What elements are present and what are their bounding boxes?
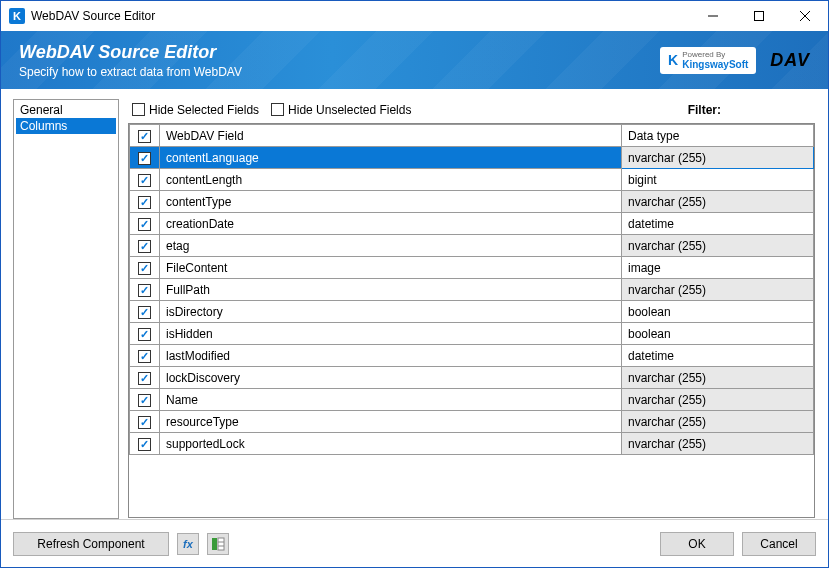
table-row[interactable]: resourceTypenvarchar (255) bbox=[130, 411, 814, 433]
row-checkbox-cell[interactable] bbox=[130, 279, 160, 301]
ok-button[interactable]: OK bbox=[660, 532, 734, 556]
type-cell[interactable]: nvarchar (255) bbox=[622, 191, 814, 213]
field-cell[interactable]: FullPath bbox=[160, 279, 622, 301]
row-checkbox-cell[interactable] bbox=[130, 345, 160, 367]
field-cell[interactable]: resourceType bbox=[160, 411, 622, 433]
row-checkbox-cell[interactable] bbox=[130, 323, 160, 345]
checkbox-icon bbox=[138, 328, 151, 341]
properties-icon bbox=[211, 537, 225, 551]
table-row[interactable]: contentTypenvarchar (255) bbox=[130, 191, 814, 213]
hide-unselected-fields-checkbox[interactable]: Hide Unselected Fields bbox=[271, 103, 411, 117]
field-cell[interactable]: FileContent bbox=[160, 257, 622, 279]
row-checkbox-cell[interactable] bbox=[130, 169, 160, 191]
filter-label: Filter: bbox=[688, 103, 721, 117]
hide-selected-label: Hide Selected Fields bbox=[149, 103, 259, 117]
svg-rect-5 bbox=[218, 538, 224, 550]
hide-unselected-label: Hide Unselected Fields bbox=[288, 103, 411, 117]
checkbox-icon bbox=[138, 152, 151, 165]
refresh-component-button[interactable]: Refresh Component bbox=[13, 532, 169, 556]
type-cell[interactable]: nvarchar (255) bbox=[622, 411, 814, 433]
type-cell[interactable]: nvarchar (255) bbox=[622, 367, 814, 389]
kingswaysoft-logo: K Powered ByKingswaySoft bbox=[660, 47, 756, 74]
sidebar: GeneralColumns bbox=[13, 99, 119, 519]
type-cell[interactable]: nvarchar (255) bbox=[622, 433, 814, 455]
row-checkbox-cell[interactable] bbox=[130, 235, 160, 257]
table-row[interactable]: contentLanguagenvarchar (255) bbox=[130, 147, 814, 169]
checkbox-icon bbox=[138, 306, 151, 319]
table-header-row: WebDAV Field Data type bbox=[130, 125, 814, 147]
checkbox-icon bbox=[138, 350, 151, 363]
type-cell[interactable]: nvarchar (255) bbox=[622, 389, 814, 411]
type-cell[interactable]: image bbox=[622, 257, 814, 279]
table-row[interactable]: lastModifieddatetime bbox=[130, 345, 814, 367]
type-cell[interactable]: nvarchar (255) bbox=[622, 279, 814, 301]
table-row[interactable]: supportedLocknvarchar (255) bbox=[130, 433, 814, 455]
row-checkbox-cell[interactable] bbox=[130, 147, 160, 169]
row-checkbox-cell[interactable] bbox=[130, 301, 160, 323]
window-controls bbox=[690, 1, 828, 31]
app-icon: K bbox=[9, 8, 25, 24]
table-row[interactable]: isHiddenboolean bbox=[130, 323, 814, 345]
header-field[interactable]: WebDAV Field bbox=[160, 125, 622, 147]
field-cell[interactable]: contentLength bbox=[160, 169, 622, 191]
field-cell[interactable]: supportedLock bbox=[160, 433, 622, 455]
expression-builder-button[interactable]: fx bbox=[177, 533, 199, 555]
maximize-button[interactable] bbox=[736, 1, 782, 31]
row-checkbox-cell[interactable] bbox=[130, 389, 160, 411]
main-panel: Hide Selected Fields Hide Unselected Fie… bbox=[127, 99, 816, 519]
cancel-button[interactable]: Cancel bbox=[742, 532, 816, 556]
table-row[interactable]: FullPathnvarchar (255) bbox=[130, 279, 814, 301]
svg-rect-1 bbox=[755, 12, 764, 21]
checkbox-icon bbox=[138, 218, 151, 231]
svg-rect-4 bbox=[212, 538, 217, 550]
field-cell[interactable]: Name bbox=[160, 389, 622, 411]
row-checkbox-cell[interactable] bbox=[130, 433, 160, 455]
minimize-button[interactable] bbox=[690, 1, 736, 31]
type-cell[interactable]: nvarchar (255) bbox=[622, 147, 814, 169]
field-cell[interactable]: isDirectory bbox=[160, 301, 622, 323]
filter-input[interactable] bbox=[737, 101, 811, 119]
checkbox-icon bbox=[138, 130, 151, 143]
row-checkbox-cell[interactable] bbox=[130, 367, 160, 389]
fields-table-wrap[interactable]: WebDAV Field Data type contentLanguagenv… bbox=[128, 124, 815, 518]
table-row[interactable]: etagnvarchar (255) bbox=[130, 235, 814, 257]
checkbox-icon bbox=[138, 196, 151, 209]
row-checkbox-cell[interactable] bbox=[130, 191, 160, 213]
row-checkbox-cell[interactable] bbox=[130, 411, 160, 433]
field-cell[interactable]: creationDate bbox=[160, 213, 622, 235]
type-cell[interactable]: datetime bbox=[622, 213, 814, 235]
table-row[interactable]: Namenvarchar (255) bbox=[130, 389, 814, 411]
row-checkbox-cell[interactable] bbox=[130, 257, 160, 279]
field-cell[interactable]: lockDiscovery bbox=[160, 367, 622, 389]
table-row[interactable]: isDirectoryboolean bbox=[130, 301, 814, 323]
field-cell[interactable]: contentType bbox=[160, 191, 622, 213]
sidebar-item-general[interactable]: General bbox=[16, 102, 116, 118]
header-checkbox-cell[interactable] bbox=[130, 125, 160, 147]
field-cell[interactable]: contentLanguage bbox=[160, 147, 622, 169]
field-cell[interactable]: isHidden bbox=[160, 323, 622, 345]
hide-selected-fields-checkbox[interactable]: Hide Selected Fields bbox=[132, 103, 259, 117]
row-checkbox-cell[interactable] bbox=[130, 213, 160, 235]
table-row[interactable]: contentLengthbigint bbox=[130, 169, 814, 191]
checkbox-icon bbox=[138, 416, 151, 429]
field-cell[interactable]: lastModified bbox=[160, 345, 622, 367]
table-row[interactable]: lockDiscoverynvarchar (255) bbox=[130, 367, 814, 389]
banner-title: WebDAV Source Editor bbox=[19, 42, 242, 63]
table-row[interactable]: creationDatedatetime bbox=[130, 213, 814, 235]
footer: Refresh Component fx OK Cancel bbox=[1, 519, 828, 567]
type-cell[interactable]: bigint bbox=[622, 169, 814, 191]
checkbox-icon bbox=[271, 103, 284, 116]
fields-table: WebDAV Field Data type contentLanguagenv… bbox=[129, 124, 814, 455]
banner: WebDAV Source Editor Specify how to extr… bbox=[1, 31, 828, 89]
field-cell[interactable]: etag bbox=[160, 235, 622, 257]
type-cell[interactable]: boolean bbox=[622, 323, 814, 345]
table-row[interactable]: FileContentimage bbox=[130, 257, 814, 279]
type-cell[interactable]: boolean bbox=[622, 301, 814, 323]
checkbox-icon bbox=[138, 262, 151, 275]
type-cell[interactable]: nvarchar (255) bbox=[622, 235, 814, 257]
close-button[interactable] bbox=[782, 1, 828, 31]
type-cell[interactable]: datetime bbox=[622, 345, 814, 367]
properties-button[interactable] bbox=[207, 533, 229, 555]
sidebar-item-columns[interactable]: Columns bbox=[16, 118, 116, 134]
header-type[interactable]: Data type bbox=[622, 125, 814, 147]
